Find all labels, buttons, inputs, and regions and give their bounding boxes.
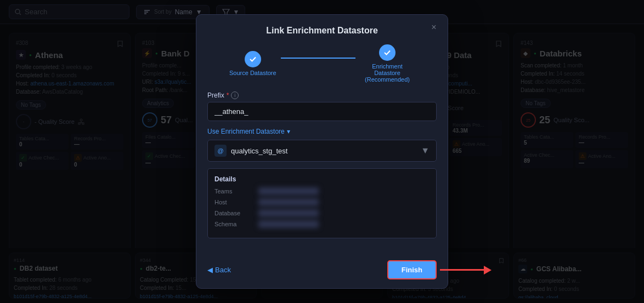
details-key-database: Database [214, 210, 258, 216]
step-source: Source Datastore [229, 51, 276, 76]
details-row-teams: Teams [214, 187, 430, 195]
datastore-select[interactable]: @ qualytics_stg_test ▼ [207, 140, 437, 162]
details-key-schema: Schema [214, 221, 258, 227]
modal: × Link Enrichment Datastore Source Datas… [196, 14, 448, 289]
details-section: Details Teams Host Database Schema [207, 168, 437, 238]
datastore-value: qualytics_stg_test [231, 147, 287, 155]
details-row-database: Database [214, 209, 430, 217]
details-value-teams [258, 187, 319, 195]
datastore-icon: @ [214, 145, 227, 157]
finish-label: Finish [402, 266, 422, 274]
details-value-schema [258, 220, 319, 228]
details-row-schema: Schema [214, 220, 430, 228]
step-enrichment: Enrichment Datastore(Recommended) [360, 44, 415, 83]
modal-footer: ◀ Back Finish [196, 256, 448, 288]
modal-body: Prefix * i Use Enrichment Datastore ▾ @ … [196, 92, 448, 256]
modal-close-button[interactable]: × [428, 21, 440, 33]
back-button[interactable]: ◀ Back [207, 266, 231, 274]
step-enrichment-label: Enrichment Datastore(Recommended) [360, 63, 415, 83]
prefix-input[interactable] [207, 102, 437, 121]
modal-title: Link Enrichment Datastore [266, 26, 378, 35]
modal-overlay: × Link Enrichment Datastore Source Datas… [0, 0, 644, 303]
details-key-teams: Teams [214, 188, 258, 195]
chevron-down-icon: ▾ [287, 128, 290, 135]
prefix-required: * [227, 92, 229, 99]
modal-header: Link Enrichment Datastore [196, 15, 448, 36]
step-source-circle [245, 51, 261, 67]
back-arrow-icon: ◀ [207, 266, 213, 274]
stepper: Source Datastore Enrichment Datastore(Re… [196, 36, 448, 92]
finish-button[interactable]: Finish [387, 260, 437, 279]
prefix-label: Prefix * i [207, 92, 437, 99]
step-enrichment-circle [379, 44, 396, 61]
step-connector [281, 58, 355, 59]
details-value-database [258, 209, 319, 217]
details-value-host [258, 198, 319, 206]
use-enrichment-label: Use Enrichment Datastore [207, 128, 285, 135]
step-source-label: Source Datastore [229, 70, 276, 76]
datastore-select-left: @ qualytics_stg_test [214, 145, 287, 157]
finish-arrow [440, 266, 492, 275]
datastore-chevron-icon: ▼ [421, 146, 430, 156]
use-enrichment-toggle[interactable]: Use Enrichment Datastore ▾ [207, 128, 437, 135]
back-label: Back [215, 266, 231, 274]
details-row-host: Host [214, 198, 430, 206]
prefix-info-icon: i [231, 92, 239, 99]
details-title: Details [214, 175, 430, 183]
details-key-host: Host [214, 199, 258, 205]
